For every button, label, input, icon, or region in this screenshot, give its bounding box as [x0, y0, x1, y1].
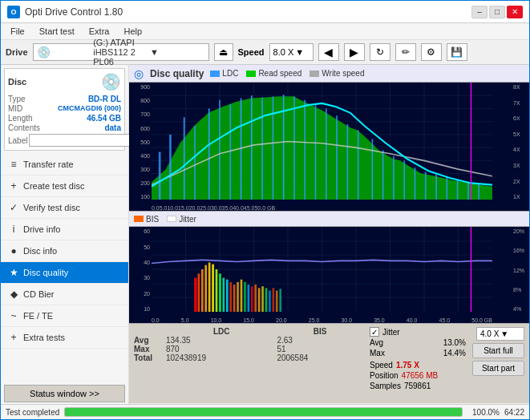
sidebar-item-create-test-disc[interactable]: + Create test disc	[1, 176, 128, 197]
bottom-y-axis-left: 60 50 40 30 20 10	[129, 227, 152, 323]
svg-rect-87	[273, 289, 275, 313]
max-bis: 51	[277, 345, 363, 353]
svg-rect-28	[261, 98, 263, 200]
speed-up-button[interactable]: ▶	[344, 43, 365, 61]
titlebar-left: O Opti Drive Control 1.80	[7, 6, 123, 18]
jitter-avg-label: Avg	[370, 338, 383, 347]
svg-rect-48	[478, 184, 479, 200]
drive-info-icon: i	[7, 223, 20, 236]
svg-rect-35	[336, 115, 338, 200]
main-content: Disc 💿 Type BD-R DL MID CMCMAGDI6 (000) …	[1, 65, 529, 404]
maximize-button[interactable]: □	[489, 6, 505, 18]
stats-table: LDC BIS Avg 134.35 2.63 Max	[134, 327, 363, 362]
svg-rect-88	[276, 291, 278, 313]
svg-rect-72	[219, 273, 221, 312]
svg-rect-34	[326, 109, 327, 200]
save-button[interactable]: 💾	[447, 43, 467, 61]
svg-rect-31	[293, 96, 295, 200]
disc-quality-header: ◎ Disc quality LDC Read speed Write spee…	[129, 65, 529, 83]
write-speed-color	[310, 71, 319, 77]
close-button[interactable]: ✕	[507, 6, 523, 18]
svg-rect-43	[425, 172, 427, 200]
sidebar-bottom: Status window >>	[1, 349, 128, 404]
legend-read-speed: Read speed	[246, 69, 301, 78]
edit-button[interactable]: ✏	[395, 43, 416, 61]
avg-label: Avg	[134, 336, 166, 345]
window-controls: – □ ✕	[471, 6, 523, 18]
legend-bis: BIS	[134, 215, 159, 224]
speed-selector-stats[interactable]: 4.0 X ▼	[476, 327, 524, 341]
sidebar-item-label: Disc info	[23, 246, 57, 256]
jitter-max-value: 14.4%	[443, 349, 466, 357]
ldc-color	[210, 71, 220, 77]
legend-write-speed: Write speed	[310, 69, 364, 78]
ldc-label: LDC	[222, 69, 238, 78]
disc-type-label: Type	[8, 95, 26, 103]
disc-section-title: Disc	[8, 77, 26, 87]
sidebar-item-extra-tests[interactable]: + Extra tests	[1, 327, 128, 349]
sidebar-item-verify-test-disc[interactable]: ✓ Verify test disc	[1, 197, 128, 219]
bottom-x-axis: 0.05.010.015.020.025.030.035.040.045.050…	[152, 317, 492, 323]
sidebar-item-disc-info[interactable]: ● Disc info	[1, 240, 128, 262]
settings-button[interactable]: ⚙	[421, 43, 442, 61]
sidebar-item-disc-quality[interactable]: ★ Disc quality	[1, 262, 128, 284]
sidebar-item-transfer-rate[interactable]: ≡ Transfer rate	[1, 154, 128, 176]
menu-start-test[interactable]: Start test	[33, 25, 81, 38]
svg-rect-79	[244, 282, 246, 312]
jitter-checkbox[interactable]: ✓	[370, 327, 379, 337]
refresh-button[interactable]: ↻	[370, 43, 390, 61]
svg-rect-77	[237, 282, 239, 312]
svg-rect-42	[415, 168, 416, 200]
svg-rect-21	[184, 117, 185, 200]
sidebar-item-drive-info[interactable]: i Drive info	[1, 219, 128, 240]
top-y-axis-right: 8X 7X 6X 5X 4X 3X 2X 1X	[512, 83, 529, 211]
disc-contents-row: Contents data	[8, 123, 121, 132]
drive-selector[interactable]: 💿 (G:) ATAPI iHBS112 2 PL06 ▼	[33, 43, 209, 61]
progress-fill	[65, 408, 462, 416]
speed-selector[interactable]: 8.0 X ▼	[269, 43, 314, 61]
samples-value: 759861	[404, 382, 431, 390]
svg-rect-80	[248, 285, 250, 312]
avg-ldc: 134.35	[166, 336, 277, 345]
svg-rect-84	[261, 286, 264, 312]
svg-rect-68	[204, 265, 207, 312]
drivebar: Drive 💿 (G:) ATAPI iHBS112 2 PL06 ▼ ⏏ Sp…	[1, 40, 529, 65]
svg-rect-36	[346, 124, 348, 200]
jitter-chart-label: Jitter	[179, 215, 196, 224]
disc-type-row: Type BD-R DL	[8, 95, 121, 103]
jitter-header-row: ✓ Jitter	[370, 327, 466, 337]
disc-label-input[interactable]	[29, 134, 136, 147]
jitter-avg-value: 13.0%	[443, 338, 466, 347]
jitter-avg-row: Avg 13.0%	[370, 338, 466, 347]
position-row: Position 47656 MB	[370, 371, 466, 380]
eject-button[interactable]: ⏏	[214, 43, 233, 61]
legend-jitter: Jitter	[167, 215, 196, 224]
disc-type-value: BD-R DL	[88, 95, 121, 103]
bottom-chart-inner: 60 50 40 30 20 10	[129, 227, 529, 323]
sidebar-item-fe-te[interactable]: ~ FE / TE	[1, 305, 128, 327]
bis-label: BIS	[146, 215, 159, 224]
dq-legend: LDC Read speed Write speed	[210, 69, 364, 78]
transfer-rate-icon: ≡	[7, 158, 20, 171]
menu-extra[interactable]: Extra	[83, 25, 116, 38]
svg-rect-70	[212, 265, 214, 312]
svg-rect-33	[315, 104, 317, 200]
start-part-button[interactable]: Start part	[472, 361, 524, 376]
svg-rect-73	[223, 278, 225, 312]
menu-file[interactable]: File	[4, 25, 31, 38]
menu-help[interactable]: Help	[117, 25, 148, 38]
sidebar-item-label: Create test disc	[23, 181, 84, 191]
bis-col-header: BIS	[277, 327, 363, 336]
jitter-speed-section: ✓ Jitter Avg 13.0% Max 14.4% Speed 1.75 …	[370, 327, 466, 390]
minimize-button[interactable]: –	[471, 6, 488, 18]
sidebar-item-cd-bier[interactable]: ◆ CD Bier	[1, 284, 128, 305]
svg-rect-41	[403, 161, 405, 200]
jitter-label: Jitter	[382, 328, 400, 337]
svg-rect-40	[393, 156, 394, 200]
status-window-button[interactable]: Status window >>	[4, 385, 125, 402]
total-label: Total	[134, 353, 166, 362]
start-full-button[interactable]: Start full	[472, 343, 524, 358]
speed-down-button[interactable]: ◀	[318, 43, 339, 61]
disc-panel: Disc 💿 Type BD-R DL MID CMCMAGDI6 (000) …	[4, 68, 125, 151]
top-y-axis-left: 900 800 700 600 500 400 300 200 100	[129, 83, 152, 211]
